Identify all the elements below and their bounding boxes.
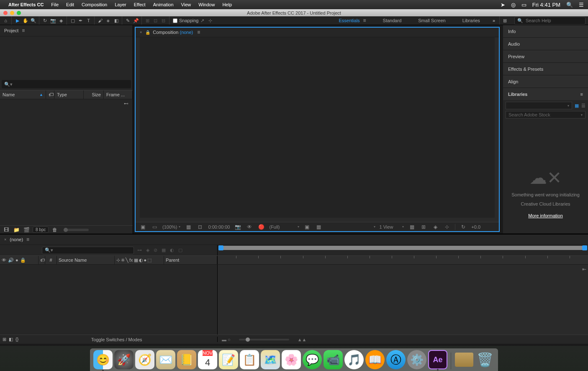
view-layout[interactable]: 1 View▾ <box>380 224 404 229</box>
exposure-value[interactable]: +0.0 <box>471 224 480 229</box>
dock-appstore[interactable]: Ⓐ <box>386 350 406 369</box>
transparency-grid-icon[interactable]: ▦ <box>315 224 323 230</box>
view-axis-icon[interactable]: ⊟ <box>159 17 167 25</box>
project-thumbnail-slider[interactable] <box>64 229 89 231</box>
magnification-icon[interactable]: ▭ <box>151 224 158 230</box>
dock-itunes[interactable]: 🎵 <box>344 350 364 369</box>
project-col-name[interactable]: Name▲ <box>0 90 46 99</box>
menu-help[interactable]: Help <box>222 2 232 7</box>
workspace-standard[interactable]: Standard <box>375 16 410 25</box>
graph-editor-icon[interactable]: ▢ <box>178 247 182 253</box>
camera-tool-icon[interactable]: 📷 <box>49 17 57 25</box>
panel-libraries[interactable]: Libraries ≡ <box>503 88 588 100</box>
pen-tool-icon[interactable]: ✒ <box>77 17 85 25</box>
menubar-clock[interactable]: Fri 4:41 PM <box>532 2 560 8</box>
fast-previews-icon[interactable]: ⊡ <box>196 224 204 230</box>
expand-in-out-icon[interactable]: ◧ <box>9 337 13 342</box>
libraries-panel-menu-icon[interactable]: ≡ <box>580 92 583 97</box>
project-col-label[interactable]: 🏷 <box>46 90 54 99</box>
workspace-overflow-icon[interactable]: » <box>488 16 499 25</box>
dock-calendar[interactable]: NOV 4 <box>198 350 217 369</box>
snapping-options-icon[interactable]: ↗ <box>200 18 204 23</box>
project-search-input[interactable]: 🔍▾ <box>2 80 131 88</box>
composition-viewer[interactable] <box>136 37 499 222</box>
comp-tab-close-icon[interactable]: × <box>140 30 142 34</box>
magnification-value[interactable]: (100%)▾ <box>162 224 180 229</box>
comp-tab-lock-icon[interactable]: 🔒 <box>145 30 150 35</box>
home-tool-icon[interactable]: ⌂ <box>2 17 10 25</box>
interpret-footage-icon[interactable]: 🎞 <box>3 227 10 233</box>
puppet-tool-icon[interactable]: 📌 <box>132 17 140 25</box>
workspace-libraries[interactable]: Libraries <box>454 16 488 25</box>
comp-panel-menu-icon[interactable]: ≡ <box>197 29 200 35</box>
zoom-tool-icon[interactable]: 🔍 <box>29 17 37 25</box>
lock-switch-icon[interactable]: 🔒 <box>20 258 26 263</box>
type-tool-icon[interactable]: T <box>85 17 92 25</box>
zoom-in-icon[interactable]: ▲▲ <box>298 337 307 342</box>
libraries-stock-search[interactable]: Search Adobe Stock ▾ <box>506 111 585 119</box>
menubar-cc-icon[interactable]: ◎ <box>511 2 516 8</box>
mask-visibility-icon[interactable]: ◈ <box>431 224 439 230</box>
timeline-time-ruler[interactable] <box>218 256 588 264</box>
video-switch-icon[interactable]: 👁 <box>2 258 6 263</box>
dock-system-preferences[interactable]: ⚙️ <box>407 350 426 369</box>
workspace-essentials-menu-icon[interactable]: ≡ <box>363 18 366 23</box>
project-col-size[interactable]: Size <box>84 90 104 99</box>
dock-launchpad[interactable]: 🚀 <box>114 350 134 369</box>
new-comp-icon[interactable]: 🎬 <box>23 227 30 233</box>
dock-notes[interactable]: 📝 <box>219 350 238 369</box>
dock-trash[interactable]: 🗑️ <box>475 350 495 369</box>
timeline-col-source-name[interactable]: Source Name <box>57 256 115 264</box>
expand-transfer-icon[interactable]: ⊞ <box>3 337 6 342</box>
app-name-menu[interactable]: After Effects CC <box>8 2 44 7</box>
workspace-reset-icon[interactable]: ⊞ <box>499 16 510 25</box>
snapshot-icon[interactable]: 📷 <box>234 224 241 230</box>
solo-switch-icon[interactable]: ● <box>15 258 18 263</box>
dock-after-effects[interactable]: Ae <box>428 350 447 369</box>
flowchart-icon[interactable]: ⊷ <box>124 101 128 106</box>
frame-blend-icon[interactable]: ▦ <box>162 247 166 253</box>
zoom-out-icon[interactable]: ▬ ○ <box>222 337 231 342</box>
menu-edit[interactable]: Edit <box>66 2 74 7</box>
snapping-checkbox[interactable] <box>173 18 177 23</box>
local-axis-icon[interactable]: ⊞ <box>144 17 151 25</box>
hide-shy-icon[interactable]: ⊘ <box>154 247 157 253</box>
dock-downloads[interactable] <box>454 350 474 369</box>
brush-tool-icon[interactable]: 🖌 <box>96 17 104 25</box>
rectangle-tool-icon[interactable]: ▢ <box>69 17 77 25</box>
roi-icon[interactable]: ▣ <box>303 224 311 230</box>
menubar-cursor-icon[interactable]: ➤ <box>501 2 505 8</box>
timeline-panel-menu-icon[interactable]: ≡ <box>26 237 29 242</box>
toggle-switches-modes-button[interactable]: Toggle Switches / Modes <box>18 337 215 342</box>
menu-file[interactable]: File <box>51 2 59 7</box>
selection-tool-icon[interactable]: ▶ <box>13 17 21 25</box>
menu-composition[interactable]: Composition <box>82 2 107 7</box>
panel-preview[interactable]: Preview <box>503 50 588 62</box>
timeline-col-parent[interactable]: Parent <box>164 256 217 264</box>
clone-stamp-tool-icon[interactable]: ⎈ <box>104 17 112 25</box>
menu-layer[interactable]: Layer <box>115 2 126 7</box>
libraries-grid-view-icon[interactable]: ▦ <box>575 103 579 108</box>
libraries-dropdown[interactable]: ▾ <box>506 102 572 109</box>
panel-info[interactable]: Info <box>503 25 588 37</box>
menu-animation[interactable]: Animation <box>153 2 174 7</box>
exposure-reset-icon[interactable]: ↻ <box>460 224 467 230</box>
project-col-framerate[interactable]: Frame ... <box>104 90 133 99</box>
eraser-tool-icon[interactable]: ◧ <box>112 17 120 25</box>
hand-tool-icon[interactable]: ✋ <box>21 17 29 25</box>
timeline-work-area-bar[interactable] <box>219 246 586 250</box>
window-close-button[interactable] <box>3 11 8 15</box>
draft-3d-icon[interactable]: ▦ <box>185 224 192 230</box>
dock-facetime[interactable]: 📹 <box>324 350 343 369</box>
window-maximize-button[interactable] <box>17 11 21 15</box>
comp-mini-flowchart-icon[interactable]: ⊶ <box>137 247 142 253</box>
pan-behind-tool-icon[interactable]: ◈ <box>57 17 65 25</box>
search-help-input[interactable]: 🔍 Search Help <box>514 17 585 25</box>
timeline-tracks-area[interactable]: ⇤ <box>218 265 588 335</box>
panel-audio[interactable]: Audio <box>503 38 588 50</box>
rotation-tool-icon[interactable]: ↻ <box>41 17 49 25</box>
3d-view-icon[interactable]: ⊹ <box>443 224 451 230</box>
window-minimize-button[interactable] <box>10 11 14 15</box>
project-bit-depth[interactable]: 8 bpc <box>33 227 49 233</box>
workspace-small-screen[interactable]: Small Screen <box>410 16 454 25</box>
